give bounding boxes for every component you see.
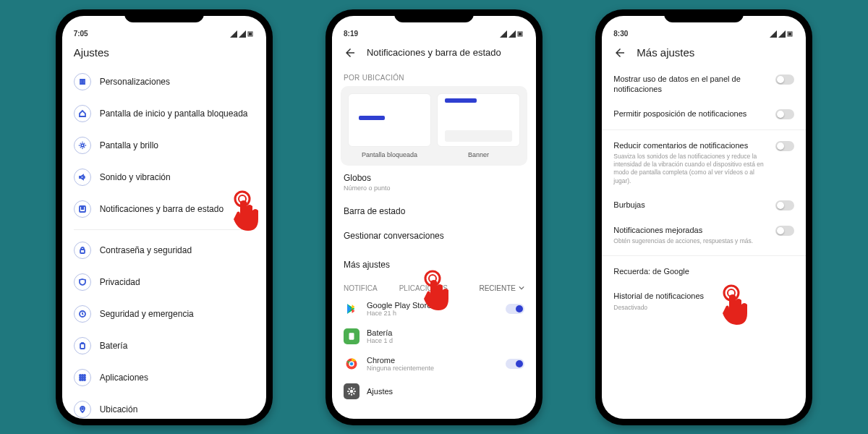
row-sub: Obtén sugerencias de acciones, respuesta… (613, 237, 768, 245)
row-sub: Suaviza los sonidos de las notificacione… (613, 153, 768, 184)
svg-point-17 (82, 408, 83, 409)
svg-rect-22 (349, 333, 354, 339)
settings-row-label: Personalizaciones (100, 77, 170, 87)
phone-settings: 7:05 Ajustes PersonalizacionesPantalla d… (56, 9, 273, 425)
app-name: Ajustes (367, 387, 524, 396)
notif-icon (74, 200, 91, 218)
row-gestionar[interactable]: Gestionar conversaciones (332, 224, 536, 248)
svg-point-16 (84, 379, 85, 380)
more-settings-row[interactable]: Notificaciones mejoradasObtén sugerencia… (602, 218, 806, 252)
svg-point-10 (84, 375, 85, 376)
toggle-switch[interactable] (775, 200, 794, 210)
settings-row-lock[interactable]: Contraseña y seguridad (62, 234, 266, 266)
row-title: Permitir posposición de notificaciones (613, 109, 768, 119)
app-name: Google Play Store (367, 301, 498, 310)
notch (124, 9, 204, 22)
card-lockscreen[interactable]: Pantalla bloqueada (348, 93, 431, 158)
app-sub: Ninguna recientemente (367, 365, 498, 372)
section-label-apps: NOTIFICAXXPLICACIONES (344, 284, 448, 292)
settings-row-notif[interactable]: Notificaciones y barra de estado (62, 193, 266, 225)
svg-rect-30 (788, 33, 791, 35)
clock: 8:30 (613, 30, 628, 38)
sort-dropdown[interactable]: RECIENTE (479, 284, 524, 292)
chevron-down-icon (519, 285, 524, 291)
settings-row-battery[interactable]: Batería (62, 330, 266, 362)
notch (664, 9, 744, 22)
settings-row-emerg[interactable]: Seguridad y emergencia (62, 298, 266, 330)
privacy-icon (74, 273, 91, 291)
app-icon (344, 356, 359, 372)
row-barra[interactable]: Barra de estado (332, 199, 536, 224)
settings-row-bright[interactable]: Pantalla y brillo (62, 129, 266, 161)
toggle-switch[interactable] (775, 75, 794, 85)
status-icons (500, 30, 524, 38)
settings-row-location[interactable]: Ubicación (62, 393, 266, 419)
more-settings-row[interactable]: Recuerda: de Google (602, 259, 806, 284)
row-title: Historial de notificaciones (613, 291, 794, 301)
svg-point-13 (84, 377, 85, 378)
svg-point-15 (82, 379, 83, 380)
settings-row-label: Notificaciones y barra de estado (100, 204, 224, 214)
app-sub: Hace 1 d (367, 337, 524, 344)
location-cards: Pantalla bloqueada Banner (341, 86, 527, 166)
svg-point-25 (350, 362, 354, 365)
status-icons (230, 30, 255, 38)
app-name: Chrome (367, 356, 498, 365)
page-title: Notificaciones y barra de estado (367, 47, 501, 58)
svg-rect-6 (80, 344, 85, 349)
settings-row-apps[interactable]: Aplicaciones (62, 362, 266, 393)
row-sub: Desactivado (613, 304, 794, 312)
svg-point-26 (350, 389, 354, 393)
settings-row-label: Aplicaciones (100, 373, 148, 383)
battery-icon (74, 337, 91, 354)
settings-row-sound[interactable]: Sonido y vibración (62, 161, 266, 193)
app-icon (344, 301, 359, 317)
settings-row-privacy[interactable]: Privacidad (62, 266, 266, 298)
settings-row-home[interactable]: Pantalla de inicio y pantalla bloqueada (62, 98, 266, 129)
more-settings-row[interactable]: Mostrar uso de datos en el panel de noti… (602, 67, 806, 102)
settings-row-label: Pantalla de inicio y pantalla bloqueada (100, 109, 248, 119)
emerg-icon (74, 305, 91, 323)
app-row[interactable]: ChromeNinguna recientemente (332, 350, 536, 378)
svg-rect-4 (80, 250, 85, 253)
toggle-switch[interactable] (775, 141, 794, 151)
settings-row-label: Batería (100, 341, 128, 351)
app-row[interactable]: Ajustes (332, 378, 536, 405)
bright-icon (74, 137, 91, 154)
back-icon[interactable] (344, 46, 357, 59)
more-settings-row[interactable]: Historial de notificacionesDesactivado (602, 284, 806, 318)
home-icon (74, 105, 91, 122)
location-icon (74, 401, 91, 418)
paint-icon (74, 73, 91, 90)
svg-point-9 (82, 375, 83, 376)
svg-point-12 (82, 377, 83, 378)
app-row[interactable]: Google Play StoreHace 21 h (332, 295, 536, 323)
app-row[interactable]: BateríaHace 1 d (332, 323, 536, 350)
toggle-switch[interactable] (775, 226, 794, 236)
apps-icon (74, 369, 91, 386)
back-icon[interactable] (613, 46, 626, 59)
svg-point-14 (80, 379, 81, 380)
clock: 7:05 (74, 30, 88, 38)
more-settings-row[interactable]: Reducir comentarios de notificacionesSua… (602, 133, 806, 192)
svg-rect-1 (249, 33, 252, 35)
toggle-switch[interactable] (506, 304, 524, 314)
row-title: Reducir comentarios de notificaciones (613, 140, 768, 150)
clock: 8:19 (344, 30, 358, 38)
settings-row-label: Privacidad (100, 277, 140, 287)
toggle-switch[interactable] (775, 109, 794, 119)
row-title: Recuerda: de Google (613, 266, 794, 276)
toggle-switch[interactable] (506, 359, 524, 369)
row-mas-ajustes[interactable]: Más ajustes (332, 248, 536, 277)
sound-icon (74, 169, 91, 186)
page-title: Ajustes (62, 38, 266, 66)
row-globos[interactable]: Globos Número o punto (332, 166, 536, 199)
header: Notificaciones y barra de estado (332, 38, 536, 67)
settings-row-paint[interactable]: Personalizaciones (62, 66, 266, 98)
lock-icon (74, 242, 91, 259)
more-settings-row[interactable]: Permitir posposición de notificaciones (602, 101, 806, 127)
card-banner[interactable]: Banner (437, 93, 520, 158)
row-title: Mostrar uso de datos en el panel de noti… (613, 74, 768, 95)
more-settings-row[interactable]: Burbujas (602, 192, 806, 218)
status-icons (770, 30, 794, 38)
